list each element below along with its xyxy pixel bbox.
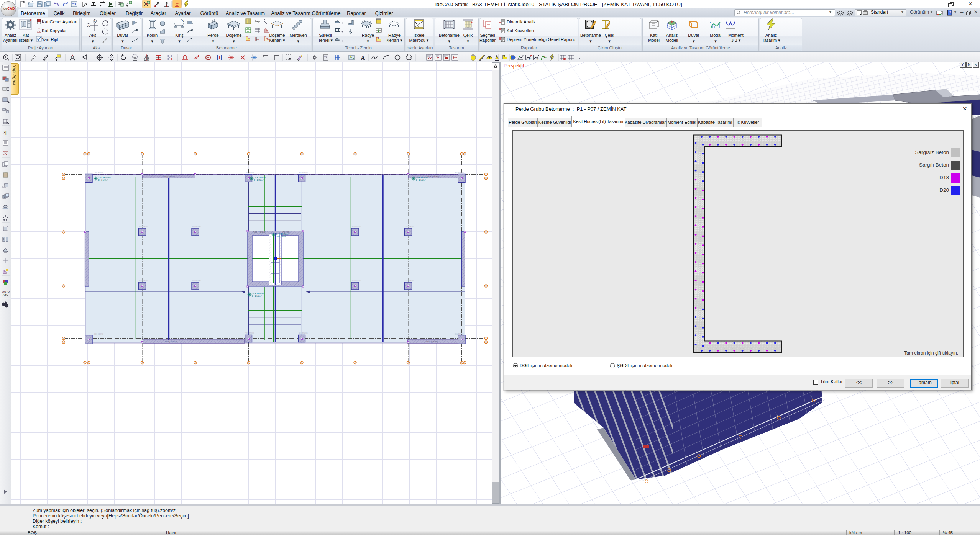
svg-text:S01 90X/60: S01 90X/60 <box>245 172 254 173</box>
svg-text:?|: ?| <box>3 130 7 135</box>
svg-text:S01 90X/60: S01 90X/60 <box>94 172 103 173</box>
svg-text:N: N <box>182 19 184 23</box>
svg-text:S01 90X/60: S01 90X/60 <box>192 226 201 228</box>
svg-text:Q= 2 kN/m²: Q= 2 kN/m² <box>416 179 426 181</box>
svg-text:S01 90X/60: S01 90X/60 <box>455 333 464 335</box>
svg-text:S01 90X/60: S01 90X/60 <box>352 226 361 228</box>
svg-text:P03 (40/240): P03 (40/240) <box>253 231 266 233</box>
svg-text:Q= 2 kN/m²: Q= 2 kN/m² <box>98 179 108 181</box>
svg-text:S01 90X/60: S01 90X/60 <box>245 332 254 334</box>
svg-text:S01 90X/60: S01 90X/60 <box>405 226 414 228</box>
svg-text:Z: Z <box>437 57 439 60</box>
svg-text:S01 90X/60: S01 90X/60 <box>139 226 148 228</box>
svg-text:S01 90X/60: S01 90X/60 <box>299 172 308 173</box>
svg-text:A: A <box>361 55 365 61</box>
svg-text:Q= 2 kN/m²: Q= 2 kN/m² <box>252 295 262 297</box>
svg-text:AUTO: AUTO <box>2 290 10 293</box>
svg-text:S01 90X/60: S01 90X/60 <box>405 280 414 282</box>
svg-text:1: 1 <box>88 24 89 27</box>
svg-text:3P: 3P <box>445 57 448 60</box>
svg-text:XY: XY <box>428 57 432 60</box>
svg-text:S01 90X/60: S01 90X/60 <box>455 172 464 173</box>
svg-text:S01 90X/60: S01 90X/60 <box>192 280 201 282</box>
svg-text:Q= 2 kN/m²: Q= 2 kN/m² <box>276 235 286 237</box>
svg-text:A: A <box>94 20 96 23</box>
svg-text:P: P <box>529 58 531 61</box>
svg-text:?: ? <box>949 10 951 15</box>
svg-text:Q= 2 kN/m²: Q= 2 kN/m² <box>254 179 264 181</box>
svg-text:P07 (25/50): P07 (25/50) <box>165 340 177 343</box>
svg-text:S01 90X/60: S01 90X/60 <box>139 280 148 282</box>
svg-text:P05 (25/50): P05 (25/50) <box>427 175 439 178</box>
svg-text:P02 (25/50): P02 (25/50) <box>163 175 175 178</box>
svg-text:P09 (25/50): P09 (25/50) <box>426 340 438 343</box>
svg-text:S01 90X/60: S01 90X/60 <box>352 280 361 282</box>
svg-text:S01 90X/60: S01 90X/60 <box>94 333 103 335</box>
svg-text:S01 90X/60: S01 90X/60 <box>299 332 308 334</box>
svg-text:P0 (25/: P0 (25/ <box>282 231 291 233</box>
svg-text:ABC: ABC <box>3 293 8 296</box>
svg-text:?: ? <box>537 57 539 61</box>
